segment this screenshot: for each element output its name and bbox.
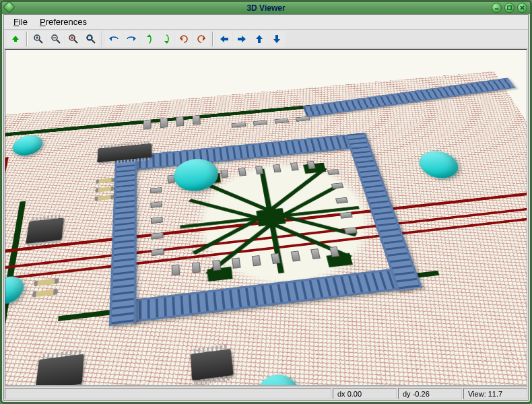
window-title: 3D Viewer [246,3,285,13]
rotate-y-neg-button[interactable] [140,31,157,47]
pan-left-button[interactable] [215,31,232,47]
svg-line-7 [39,40,42,43]
zoom-redraw-button[interactable] [65,31,81,47]
rotate-z-neg-button[interactable] [175,31,192,47]
minimize-button[interactable] [492,3,502,13]
svg-marker-25 [238,36,246,42]
maximize-button[interactable] [504,3,514,13]
pcb-scene [5,71,527,386]
svg-marker-26 [256,35,263,43]
titlebar[interactable]: 3D Viewer [2,2,530,14]
status-view: View: 11.7 [463,388,527,399]
status-dy: dy -0.26 [398,388,462,399]
menubar: File Preferences [4,15,528,30]
statusbar: dx 0.00 dy -0.26 View: 11.7 [4,386,528,400]
toolbar-separator [26,32,28,46]
pan-up-button[interactable] [251,31,267,47]
svg-marker-24 [220,36,228,42]
svg-marker-4 [12,36,19,40]
svg-marker-27 [273,35,280,43]
zoom-in-button[interactable] [30,31,46,47]
svg-rect-17 [88,36,91,39]
window-frame: 3D Viewer File Preferences [0,0,532,404]
svg-rect-5 [14,40,17,42]
svg-rect-28 [257,208,286,226]
rotate-x-neg-button[interactable] [105,31,122,47]
close-button[interactable] [517,3,527,13]
pan-down-button[interactable] [268,31,285,47]
rotate-x-pos-button[interactable] [123,31,139,47]
status-dx: dx 0.00 [333,388,397,399]
rotate-y-pos-button[interactable] [158,31,174,47]
pan-right-button[interactable] [233,31,250,47]
status-main [5,388,331,399]
zoom-out-button[interactable] [47,31,64,47]
rotate-z-pos-button[interactable] [193,31,209,47]
svg-line-16 [92,40,95,43]
menu-preferences[interactable]: Preferences [34,15,92,28]
window-menu-button[interactable] [3,1,15,13]
toolbar [4,30,528,48]
toolbar-separator [212,32,213,46]
svg-line-14 [74,40,77,43]
zoom-fit-button[interactable] [82,31,99,47]
window-client-area: File Preferences [3,14,529,401]
svg-rect-32 [327,253,354,267]
svg-rect-1 [508,6,511,9]
menu-file[interactable]: File [8,15,33,28]
svg-line-11 [57,40,60,43]
toolbar-separator [102,32,103,46]
reload-button[interactable] [7,31,24,47]
viewport-3d[interactable] [5,49,527,386]
